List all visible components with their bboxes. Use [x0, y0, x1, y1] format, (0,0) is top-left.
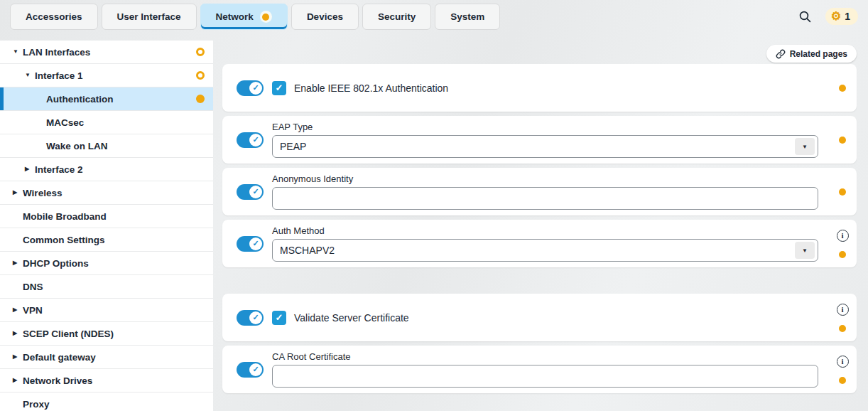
card-status-column: [828, 85, 857, 92]
tab-accessories[interactable]: Accessories: [10, 4, 98, 30]
input-anonymous-identity[interactable]: [272, 187, 818, 210]
selected-indicator-bar: [0, 87, 4, 110]
caret-right-icon[interactable]: ▶: [13, 307, 23, 313]
sidebar-item-label: Interface 2: [35, 164, 83, 175]
toggle-knob: ✓: [249, 311, 262, 324]
card-anonymous-identity: ✓Anonymous Identity: [222, 168, 857, 215]
modified-dot-indicator: [839, 251, 846, 258]
modified-ring-indicator: [196, 71, 205, 80]
select-value: PEAP: [280, 141, 306, 152]
related-pages-button[interactable]: Related pages: [766, 45, 857, 63]
card-content: Anonymous Identity: [272, 174, 828, 210]
sidebar-item-macsec[interactable]: MACsec: [0, 111, 213, 134]
tab-strip: AccessoriesUser InterfaceNetworkDevicesS…: [10, 4, 500, 30]
sidebar-item-vpn[interactable]: ▶VPN: [0, 299, 213, 322]
tab-label: System: [450, 11, 484, 22]
toggle-knob: ✓: [249, 186, 262, 198]
toggle-knob: ✓: [249, 134, 262, 146]
notification-badge[interactable]: ⚙ 1: [825, 8, 858, 25]
input-ca-root-certificate[interactable]: [272, 365, 818, 388]
sidebar-item-dns[interactable]: DNS: [0, 275, 213, 299]
caret-right-icon[interactable]: ▶: [25, 166, 35, 172]
info-icon[interactable]: i: [837, 356, 849, 368]
sidebar-item-default-gateway[interactable]: ▶Default gateway: [0, 346, 213, 369]
caret-down-icon[interactable]: ▼: [13, 49, 23, 55]
modified-dot-indicator: [839, 377, 846, 384]
dropdown-arrow-icon[interactable]: ▼: [795, 242, 815, 259]
sidebar-item-common-settings[interactable]: Common Settings: [0, 228, 213, 252]
field-label: EAP Type: [272, 122, 818, 132]
caret-right-icon[interactable]: ▶: [13, 354, 23, 360]
sidebar-item-dhcp-options[interactable]: ▶DHCP Options: [0, 252, 213, 275]
info-icon[interactable]: i: [837, 304, 849, 316]
sidebar-item-proxy[interactable]: Proxy: [0, 393, 213, 411]
sidebar-item-label: SCEP Client (NDES): [23, 329, 114, 339]
sidebar-item-label: Network Drives: [23, 375, 92, 386]
toggle-column: ✓: [222, 310, 272, 326]
caret-right-icon[interactable]: ▶: [13, 378, 23, 383]
modified-dot-indicator: [839, 85, 846, 92]
settings-cards: ✓✓Enable IEEE 802.1x Authentication✓EAP …: [222, 64, 857, 393]
toggle-knob: ✓: [249, 237, 262, 250]
checkbox-enable-ieee-802-1x-authentication[interactable]: ✓: [272, 81, 286, 95]
settings-panel: Related pages ✓✓Enable IEEE 802.1x Authe…: [222, 45, 857, 397]
tab-network[interactable]: Network: [200, 4, 288, 30]
related-pages-row: Related pages: [222, 45, 857, 63]
sidebar-item-interface-2[interactable]: ▶Interface 2: [0, 158, 213, 181]
toggle-eap-type[interactable]: ✓: [237, 132, 264, 148]
select-value: MSCHAPV2: [280, 245, 335, 256]
link-icon: [776, 49, 786, 59]
sidebar-item-network-drives[interactable]: ▶Network Drives: [0, 369, 213, 393]
sidebar-item-lan-interfaces[interactable]: ▼LAN Interfaces: [0, 41, 213, 64]
toggle-column: ✓: [222, 184, 272, 200]
orange-dot: [262, 14, 269, 21]
unsaved-changes-dot: [260, 11, 272, 23]
sidebar-item-label: Common Settings: [23, 235, 105, 245]
sidebar-item-interface-1[interactable]: ▼Interface 1: [0, 64, 213, 87]
caret-down-icon[interactable]: ▼: [25, 73, 35, 78]
dropdown-arrow-icon[interactable]: ▼: [795, 138, 815, 155]
sidebar-item-label: Interface 1: [35, 70, 83, 81]
toggle-anonymous-identity[interactable]: ✓: [237, 184, 264, 200]
tab-bar: AccessoriesUser InterfaceNetworkDevicesS…: [0, 0, 868, 37]
modified-dot-indicator: [839, 325, 846, 332]
search-icon[interactable]: [797, 8, 814, 25]
checkbox-label: Enable IEEE 802.1x Authentication: [294, 82, 448, 94]
tab-security[interactable]: Security: [362, 4, 431, 30]
sidebar-item-label: LAN Interfaces: [23, 47, 90, 58]
settings-tree-sidebar: ▼LAN Interfaces▼Interface 1Authenticatio…: [0, 41, 213, 411]
select-auth-method[interactable]: MSCHAPV2▼: [272, 239, 818, 262]
card-status-column: [828, 188, 857, 196]
select-eap-type[interactable]: PEAP▼: [272, 135, 818, 158]
toggle-column: ✓: [222, 132, 272, 148]
sidebar-item-wake-on-lan[interactable]: Wake on LAN: [0, 134, 213, 158]
field-label: Anonymous Identity: [272, 174, 818, 184]
sidebar-item-mobile-broadband[interactable]: Mobile Broadband: [0, 205, 213, 228]
toggle-column: ✓: [222, 236, 272, 252]
tab-label: Network: [216, 11, 254, 22]
card-eap-type: ✓EAP TypePEAP▼: [222, 116, 857, 164]
sidebar-item-label: DHCP Options: [23, 258, 89, 269]
tab-user-interface[interactable]: User Interface: [102, 4, 197, 30]
sidebar-item-wireless[interactable]: ▶Wireless: [0, 181, 213, 205]
toggle-validate-server-certificate[interactable]: ✓: [237, 310, 264, 326]
caret-right-icon[interactable]: ▶: [13, 260, 23, 266]
checkbox-validate-server-certificate[interactable]: ✓: [272, 311, 286, 325]
gear-icon: ⚙: [831, 11, 841, 22]
toggle-ca-root-certificate[interactable]: ✓: [237, 362, 264, 378]
sidebar-item-label: Default gateway: [23, 352, 96, 363]
card-ca-root-certificate: ✓CA Root Certificatei: [222, 346, 857, 393]
caret-right-icon[interactable]: ▶: [13, 190, 23, 196]
tab-devices[interactable]: Devices: [291, 4, 359, 30]
toggle-enable-ieee-802-1x-authentication[interactable]: ✓: [237, 80, 264, 96]
card-content: EAP TypePEAP▼: [272, 122, 828, 158]
checkbox-row: ✓Validate Server Certificate: [272, 311, 818, 325]
info-icon[interactable]: i: [837, 230, 849, 242]
sidebar-item-authentication[interactable]: Authentication: [0, 87, 213, 111]
tab-system[interactable]: System: [435, 4, 500, 30]
card-status-column: i: [828, 230, 857, 258]
sidebar-item-scep-client-ndes[interactable]: ▶SCEP Client (NDES): [0, 322, 213, 346]
toggle-auth-method[interactable]: ✓: [237, 236, 264, 252]
sidebar-item-label: VPN: [23, 305, 43, 316]
caret-right-icon[interactable]: ▶: [13, 331, 23, 336]
